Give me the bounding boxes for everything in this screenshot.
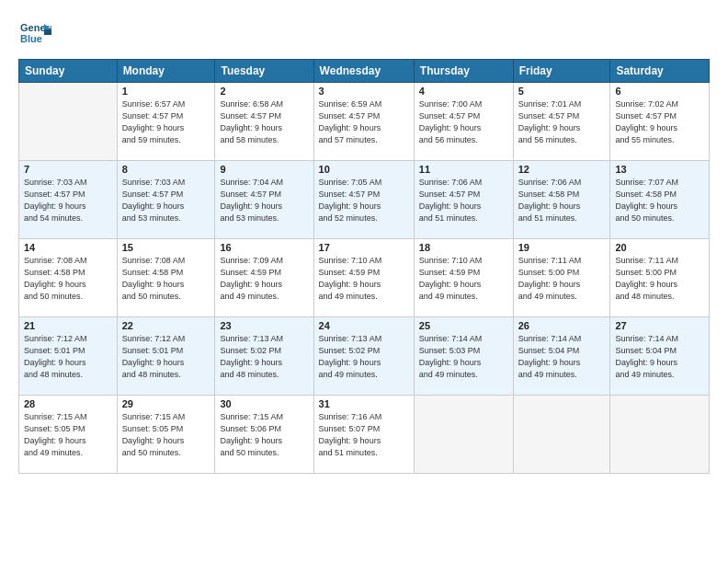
- day-info: Sunrise: 7:06 AM Sunset: 4:58 PM Dayligh…: [518, 177, 606, 224]
- day-number: 9: [220, 164, 308, 175]
- day-number: 22: [122, 320, 210, 331]
- calendar-cell: 21Sunrise: 7:12 AM Sunset: 5:01 PM Dayli…: [19, 317, 118, 396]
- day-info: Sunrise: 7:04 AM Sunset: 4:57 PM Dayligh…: [220, 177, 308, 224]
- svg-text:Blue: Blue: [20, 33, 42, 44]
- day-info: Sunrise: 7:11 AM Sunset: 5:00 PM Dayligh…: [615, 255, 704, 303]
- day-number: 18: [419, 242, 508, 253]
- day-number: 24: [319, 320, 409, 331]
- calendar-cell: 18Sunrise: 7:10 AM Sunset: 4:59 PM Dayli…: [414, 239, 513, 317]
- calendar-cell: 14Sunrise: 7:08 AM Sunset: 4:58 PM Dayli…: [19, 239, 118, 317]
- day-info: Sunrise: 7:14 AM Sunset: 5:04 PM Dayligh…: [615, 333, 704, 381]
- weekday-header-row: SundayMondayTuesdayWednesdayThursdayFrid…: [19, 60, 710, 83]
- weekday-header: Wednesday: [313, 60, 414, 83]
- weekday-header: Friday: [513, 60, 610, 83]
- day-info: Sunrise: 7:01 AM Sunset: 4:57 PM Dayligh…: [518, 98, 606, 146]
- day-info: Sunrise: 7:08 AM Sunset: 4:58 PM Dayligh…: [24, 255, 112, 303]
- day-number: 27: [615, 320, 704, 331]
- day-number: 16: [220, 242, 308, 253]
- day-number: 12: [518, 164, 606, 175]
- calendar-week-row: 1Sunrise: 6:57 AM Sunset: 4:57 PM Daylig…: [19, 83, 710, 161]
- day-number: 20: [615, 242, 704, 253]
- logo: General Blue: [18, 17, 55, 50]
- calendar-cell: 28Sunrise: 7:15 AM Sunset: 5:05 PM Dayli…: [19, 396, 118, 474]
- calendar-week-row: 14Sunrise: 7:08 AM Sunset: 4:58 PM Dayli…: [19, 239, 710, 317]
- day-number: 15: [122, 242, 210, 253]
- calendar-cell: 30Sunrise: 7:15 AM Sunset: 5:06 PM Dayli…: [215, 396, 313, 474]
- day-number: 29: [122, 398, 210, 409]
- day-info: Sunrise: 7:08 AM Sunset: 4:58 PM Dayligh…: [122, 255, 210, 303]
- day-info: Sunrise: 7:12 AM Sunset: 5:01 PM Dayligh…: [122, 333, 210, 381]
- day-info: Sunrise: 7:14 AM Sunset: 5:03 PM Dayligh…: [419, 333, 508, 381]
- calendar-cell: 5Sunrise: 7:01 AM Sunset: 4:57 PM Daylig…: [513, 83, 610, 161]
- calendar-cell: 7Sunrise: 7:03 AM Sunset: 4:57 PM Daylig…: [19, 161, 118, 239]
- day-number: 23: [220, 320, 308, 331]
- calendar-cell: 19Sunrise: 7:11 AM Sunset: 5:00 PM Dayli…: [513, 239, 610, 317]
- day-info: Sunrise: 7:05 AM Sunset: 4:57 PM Dayligh…: [319, 177, 409, 224]
- calendar-week-row: 21Sunrise: 7:12 AM Sunset: 5:01 PM Dayli…: [19, 317, 710, 396]
- day-info: Sunrise: 7:10 AM Sunset: 4:59 PM Dayligh…: [319, 255, 409, 303]
- weekday-header: Monday: [117, 60, 215, 83]
- calendar-cell: 31Sunrise: 7:16 AM Sunset: 5:07 PM Dayli…: [313, 396, 414, 474]
- day-info: Sunrise: 7:06 AM Sunset: 4:57 PM Dayligh…: [419, 177, 508, 224]
- day-info: Sunrise: 7:15 AM Sunset: 5:05 PM Dayligh…: [24, 411, 112, 459]
- day-number: 14: [24, 242, 112, 253]
- day-info: Sunrise: 7:13 AM Sunset: 5:02 PM Dayligh…: [319, 333, 409, 381]
- calendar-cell: 1Sunrise: 6:57 AM Sunset: 4:57 PM Daylig…: [117, 83, 215, 161]
- calendar-cell: 22Sunrise: 7:12 AM Sunset: 5:01 PM Dayli…: [117, 317, 215, 396]
- day-number: 8: [122, 164, 210, 175]
- calendar-cell: 11Sunrise: 7:06 AM Sunset: 4:57 PM Dayli…: [414, 161, 513, 239]
- day-info: Sunrise: 7:13 AM Sunset: 5:02 PM Dayligh…: [220, 333, 308, 381]
- day-number: 6: [615, 86, 704, 97]
- day-info: Sunrise: 7:02 AM Sunset: 4:57 PM Dayligh…: [615, 98, 704, 146]
- calendar-cell: 25Sunrise: 7:14 AM Sunset: 5:03 PM Dayli…: [414, 317, 513, 396]
- calendar-cell: 17Sunrise: 7:10 AM Sunset: 4:59 PM Dayli…: [313, 239, 414, 317]
- day-info: Sunrise: 7:12 AM Sunset: 5:01 PM Dayligh…: [24, 333, 112, 381]
- calendar-cell: 16Sunrise: 7:09 AM Sunset: 4:59 PM Dayli…: [215, 239, 313, 317]
- calendar-cell: 29Sunrise: 7:15 AM Sunset: 5:05 PM Dayli…: [117, 396, 215, 474]
- calendar-week-row: 7Sunrise: 7:03 AM Sunset: 4:57 PM Daylig…: [19, 161, 710, 239]
- day-info: Sunrise: 7:15 AM Sunset: 5:05 PM Dayligh…: [122, 411, 210, 459]
- calendar: SundayMondayTuesdayWednesdayThursdayFrid…: [18, 59, 710, 474]
- calendar-cell: 15Sunrise: 7:08 AM Sunset: 4:58 PM Dayli…: [117, 239, 215, 317]
- day-info: Sunrise: 7:10 AM Sunset: 4:59 PM Dayligh…: [419, 255, 508, 303]
- calendar-cell: 4Sunrise: 7:00 AM Sunset: 4:57 PM Daylig…: [414, 83, 513, 161]
- page: General Blue SundayMondayTuesdayWednesda…: [0, 0, 728, 563]
- calendar-cell: 12Sunrise: 7:06 AM Sunset: 4:58 PM Dayli…: [513, 161, 610, 239]
- day-info: Sunrise: 7:07 AM Sunset: 4:58 PM Dayligh…: [615, 177, 704, 224]
- day-number: 26: [518, 320, 606, 331]
- calendar-cell: 6Sunrise: 7:02 AM Sunset: 4:57 PM Daylig…: [610, 83, 710, 161]
- day-number: 17: [319, 242, 409, 253]
- day-info: Sunrise: 7:09 AM Sunset: 4:59 PM Dayligh…: [220, 255, 308, 303]
- day-number: 25: [419, 320, 508, 331]
- day-info: Sunrise: 7:15 AM Sunset: 5:06 PM Dayligh…: [220, 411, 308, 459]
- calendar-cell: [414, 396, 513, 474]
- day-info: Sunrise: 7:14 AM Sunset: 5:04 PM Dayligh…: [518, 333, 606, 381]
- calendar-week-row: 28Sunrise: 7:15 AM Sunset: 5:05 PM Dayli…: [19, 396, 710, 474]
- logo-icon: General Blue: [18, 17, 51, 50]
- day-number: 13: [615, 164, 704, 175]
- calendar-cell: 9Sunrise: 7:04 AM Sunset: 4:57 PM Daylig…: [215, 161, 313, 239]
- calendar-cell: 26Sunrise: 7:14 AM Sunset: 5:04 PM Dayli…: [513, 317, 610, 396]
- day-info: Sunrise: 7:11 AM Sunset: 5:00 PM Dayligh…: [518, 255, 606, 303]
- day-number: 5: [518, 86, 606, 97]
- day-number: 1: [122, 86, 210, 97]
- weekday-header: Thursday: [414, 60, 513, 83]
- day-info: Sunrise: 6:57 AM Sunset: 4:57 PM Dayligh…: [122, 98, 210, 146]
- calendar-cell: 24Sunrise: 7:13 AM Sunset: 5:02 PM Dayli…: [313, 317, 414, 396]
- calendar-cell: 3Sunrise: 6:59 AM Sunset: 4:57 PM Daylig…: [313, 83, 414, 161]
- calendar-cell: 2Sunrise: 6:58 AM Sunset: 4:57 PM Daylig…: [215, 83, 313, 161]
- weekday-header: Tuesday: [215, 60, 313, 83]
- weekday-header: Saturday: [610, 60, 710, 83]
- calendar-cell: [610, 396, 710, 474]
- calendar-cell: 20Sunrise: 7:11 AM Sunset: 5:00 PM Dayli…: [610, 239, 710, 317]
- day-info: Sunrise: 7:03 AM Sunset: 4:57 PM Dayligh…: [122, 177, 210, 224]
- calendar-cell: 8Sunrise: 7:03 AM Sunset: 4:57 PM Daylig…: [117, 161, 215, 239]
- calendar-cell: [19, 83, 118, 161]
- day-info: Sunrise: 7:03 AM Sunset: 4:57 PM Dayligh…: [24, 177, 112, 224]
- svg-marker-3: [44, 29, 51, 35]
- day-number: 11: [419, 164, 508, 175]
- calendar-cell: 27Sunrise: 7:14 AM Sunset: 5:04 PM Dayli…: [610, 317, 710, 396]
- day-info: Sunrise: 6:59 AM Sunset: 4:57 PM Dayligh…: [319, 98, 409, 146]
- day-info: Sunrise: 7:16 AM Sunset: 5:07 PM Dayligh…: [319, 411, 409, 459]
- day-number: 21: [24, 320, 112, 331]
